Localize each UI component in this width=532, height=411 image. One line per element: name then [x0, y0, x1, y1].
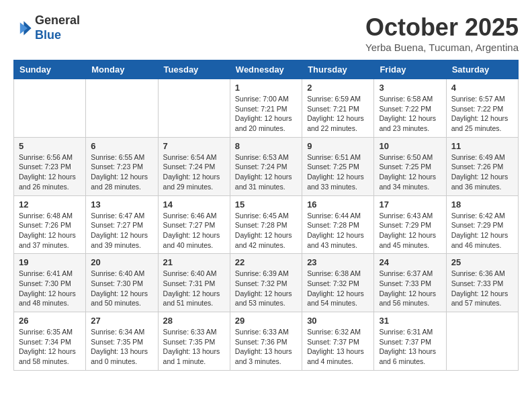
day-number: 7: [163, 141, 225, 151]
day-info: Sunrise: 6:40 AM Sunset: 7:30 PM Dayligh…: [91, 269, 152, 308]
day-info: Sunrise: 6:31 AM Sunset: 7:37 PM Dayligh…: [379, 327, 441, 367]
day-cell: 1Sunrise: 7:00 AM Sunset: 7:21 PM Daylig…: [230, 79, 302, 138]
day-cell: 29Sunrise: 6:33 AM Sunset: 7:36 PM Dayli…: [230, 312, 302, 371]
day-cell: 18Sunrise: 6:42 AM Sunset: 7:29 PM Dayli…: [446, 195, 518, 254]
day-info: Sunrise: 6:56 AM Sunset: 7:23 PM Dayligh…: [19, 152, 81, 192]
day-cell: 9Sunrise: 6:51 AM Sunset: 7:25 PM Daylig…: [302, 137, 374, 195]
day-number: 30: [307, 316, 369, 326]
day-info: Sunrise: 6:32 AM Sunset: 7:37 PM Dayligh…: [307, 327, 369, 367]
day-info: Sunrise: 6:59 AM Sunset: 7:21 PM Dayligh…: [307, 94, 369, 134]
weekday-header-thursday: Thursday: [302, 60, 374, 79]
day-number: 28: [163, 316, 225, 326]
title-block: October 2025 Yerba Buena, Tucuman, Argen…: [365, 13, 519, 53]
day-info: Sunrise: 6:36 AM Sunset: 7:33 PM Dayligh…: [451, 269, 513, 308]
page-header: General Blue October 2025 Yerba Buena, T…: [13, 13, 519, 53]
day-cell: [158, 79, 230, 138]
week-row-0: 1Sunrise: 7:00 AM Sunset: 7:21 PM Daylig…: [14, 79, 519, 138]
day-cell: [14, 79, 86, 138]
week-row-3: 19Sunrise: 6:41 AM Sunset: 7:30 PM Dayli…: [14, 254, 519, 312]
day-info: Sunrise: 6:48 AM Sunset: 7:26 PM Dayligh…: [19, 211, 81, 250]
day-cell: 28Sunrise: 6:33 AM Sunset: 7:35 PM Dayli…: [158, 312, 230, 371]
calendar-table: SundayMondayTuesdayWednesdayThursdayFrid…: [13, 60, 519, 371]
day-number: 27: [91, 316, 152, 326]
day-number: 21: [163, 257, 225, 267]
day-cell: 3Sunrise: 6:58 AM Sunset: 7:22 PM Daylig…: [374, 79, 446, 138]
day-cell: 25Sunrise: 6:36 AM Sunset: 7:33 PM Dayli…: [446, 254, 518, 312]
day-cell: 14Sunrise: 6:46 AM Sunset: 7:27 PM Dayli…: [158, 195, 230, 254]
day-number: 18: [451, 199, 513, 210]
day-number: 31: [379, 316, 441, 326]
day-info: Sunrise: 6:40 AM Sunset: 7:31 PM Dayligh…: [163, 269, 225, 308]
day-number: 16: [307, 199, 369, 210]
day-cell: 21Sunrise: 6:40 AM Sunset: 7:31 PM Dayli…: [158, 254, 230, 312]
day-number: 12: [19, 199, 81, 210]
weekday-header-friday: Friday: [374, 60, 446, 79]
day-number: 11: [451, 141, 513, 151]
day-cell: 5Sunrise: 6:56 AM Sunset: 7:23 PM Daylig…: [14, 137, 86, 195]
day-cell: 26Sunrise: 6:35 AM Sunset: 7:34 PM Dayli…: [14, 312, 86, 371]
day-info: Sunrise: 6:42 AM Sunset: 7:29 PM Dayligh…: [451, 211, 513, 250]
day-cell: 12Sunrise: 6:48 AM Sunset: 7:26 PM Dayli…: [14, 195, 86, 254]
day-cell: 23Sunrise: 6:38 AM Sunset: 7:32 PM Dayli…: [302, 254, 374, 312]
day-cell: 31Sunrise: 6:31 AM Sunset: 7:37 PM Dayli…: [374, 312, 446, 371]
logo: General Blue: [13, 13, 80, 42]
weekday-header-sunday: Sunday: [14, 60, 86, 79]
day-info: Sunrise: 6:39 AM Sunset: 7:32 PM Dayligh…: [235, 269, 297, 308]
day-info: Sunrise: 6:51 AM Sunset: 7:25 PM Dayligh…: [307, 152, 369, 192]
day-info: Sunrise: 6:43 AM Sunset: 7:29 PM Dayligh…: [379, 211, 441, 250]
week-row-1: 5Sunrise: 6:56 AM Sunset: 7:23 PM Daylig…: [14, 137, 519, 195]
day-info: Sunrise: 6:46 AM Sunset: 7:27 PM Dayligh…: [163, 211, 225, 250]
day-cell: 10Sunrise: 6:50 AM Sunset: 7:25 PM Dayli…: [374, 137, 446, 195]
day-info: Sunrise: 6:53 AM Sunset: 7:24 PM Dayligh…: [235, 152, 297, 192]
weekday-header-monday: Monday: [86, 60, 158, 79]
weekday-header-saturday: Saturday: [446, 60, 518, 79]
day-info: Sunrise: 6:35 AM Sunset: 7:34 PM Dayligh…: [19, 327, 81, 367]
day-number: 24: [379, 257, 441, 267]
logo-text: General Blue: [35, 13, 80, 42]
weekday-header-tuesday: Tuesday: [158, 60, 230, 79]
day-number: 1: [235, 83, 297, 93]
weekday-header-row: SundayMondayTuesdayWednesdayThursdayFrid…: [14, 60, 519, 79]
day-cell: 17Sunrise: 6:43 AM Sunset: 7:29 PM Dayli…: [374, 195, 446, 254]
day-cell: 20Sunrise: 6:40 AM Sunset: 7:30 PM Dayli…: [86, 254, 158, 312]
day-number: 6: [91, 141, 152, 151]
day-cell: 7Sunrise: 6:54 AM Sunset: 7:24 PM Daylig…: [158, 137, 230, 195]
day-cell: [446, 312, 518, 371]
day-info: Sunrise: 6:55 AM Sunset: 7:23 PM Dayligh…: [91, 152, 152, 192]
day-number: 8: [235, 141, 297, 151]
logo-general: General: [35, 13, 80, 27]
day-number: 10: [379, 141, 441, 151]
day-number: 19: [19, 257, 81, 267]
day-info: Sunrise: 6:33 AM Sunset: 7:35 PM Dayligh…: [163, 327, 225, 367]
day-info: Sunrise: 6:50 AM Sunset: 7:25 PM Dayligh…: [379, 152, 441, 192]
day-cell: 6Sunrise: 6:55 AM Sunset: 7:23 PM Daylig…: [86, 137, 158, 195]
day-info: Sunrise: 6:54 AM Sunset: 7:24 PM Dayligh…: [163, 152, 225, 192]
day-number: 9: [307, 141, 369, 151]
day-info: Sunrise: 6:33 AM Sunset: 7:36 PM Dayligh…: [235, 327, 297, 367]
week-row-2: 12Sunrise: 6:48 AM Sunset: 7:26 PM Dayli…: [14, 195, 519, 254]
day-info: Sunrise: 6:57 AM Sunset: 7:22 PM Dayligh…: [451, 94, 513, 134]
day-number: 26: [19, 316, 81, 326]
day-cell: 4Sunrise: 6:57 AM Sunset: 7:22 PM Daylig…: [446, 79, 518, 138]
day-info: Sunrise: 6:44 AM Sunset: 7:28 PM Dayligh…: [307, 211, 369, 250]
month-title: October 2025: [365, 13, 519, 42]
week-row-4: 26Sunrise: 6:35 AM Sunset: 7:34 PM Dayli…: [14, 312, 519, 371]
day-cell: 22Sunrise: 6:39 AM Sunset: 7:32 PM Dayli…: [230, 254, 302, 312]
day-number: 29: [235, 316, 297, 326]
weekday-header-wednesday: Wednesday: [230, 60, 302, 79]
day-cell: 11Sunrise: 6:49 AM Sunset: 7:26 PM Dayli…: [446, 137, 518, 195]
day-info: Sunrise: 6:49 AM Sunset: 7:26 PM Dayligh…: [451, 152, 513, 192]
day-info: Sunrise: 7:00 AM Sunset: 7:21 PM Dayligh…: [235, 94, 297, 134]
day-number: 23: [307, 257, 369, 267]
day-number: 3: [379, 83, 441, 93]
day-cell: 8Sunrise: 6:53 AM Sunset: 7:24 PM Daylig…: [230, 137, 302, 195]
day-cell: 2Sunrise: 6:59 AM Sunset: 7:21 PM Daylig…: [302, 79, 374, 138]
day-cell: 24Sunrise: 6:37 AM Sunset: 7:33 PM Dayli…: [374, 254, 446, 312]
day-cell: 13Sunrise: 6:47 AM Sunset: 7:27 PM Dayli…: [86, 195, 158, 254]
logo-blue: Blue: [35, 28, 61, 42]
day-info: Sunrise: 6:45 AM Sunset: 7:28 PM Dayligh…: [235, 211, 297, 250]
day-cell: 15Sunrise: 6:45 AM Sunset: 7:28 PM Dayli…: [230, 195, 302, 254]
day-info: Sunrise: 6:34 AM Sunset: 7:35 PM Dayligh…: [91, 327, 152, 367]
day-info: Sunrise: 6:37 AM Sunset: 7:33 PM Dayligh…: [379, 269, 441, 308]
day-number: 2: [307, 83, 369, 93]
